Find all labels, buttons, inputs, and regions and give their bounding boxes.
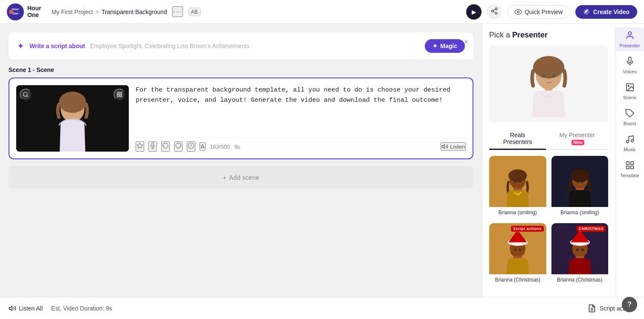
- sidebar-item-template[interactable]: Template: [615, 157, 644, 181]
- ab-test-button[interactable]: AB: [188, 8, 201, 16]
- svg-rect-64: [626, 166, 629, 169]
- add-scene-button[interactable]: + Add scene: [9, 166, 473, 189]
- magic-edit-button[interactable]: [136, 141, 144, 152]
- svg-line-7: [493, 11, 496, 13]
- rocket-icon: [583, 9, 590, 15]
- svg-point-38: [576, 180, 578, 183]
- thumbnail-search-button[interactable]: [20, 89, 32, 101]
- listen-button[interactable]: Listen: [441, 142, 466, 151]
- share-icon: [490, 7, 498, 17]
- svg-point-31: [508, 170, 527, 182]
- svg-marker-66: [9, 306, 12, 310]
- eye-icon: [514, 8, 522, 16]
- svg-text:Hour: Hour: [12, 8, 19, 11]
- presenter-card-brianna4[interactable]: CHRISTMAS Brianna (Christmas): [551, 223, 609, 285]
- presenter-card-brianna3[interactable]: Script actions Brianna (Christmas): [489, 223, 546, 285]
- presenter-image-brianna1: [489, 156, 546, 207]
- presenter-name-brianna1: Brianna (smiling): [489, 207, 546, 218]
- selected-presenter-preview: [489, 46, 608, 122]
- close-prompt-button[interactable]: ×: [464, 37, 468, 46]
- breadcrumb: My First Project > Transparent Backgroun…: [52, 9, 167, 15]
- presenter-grid: Brianna (smiling): [489, 156, 608, 285]
- template-icon: [625, 161, 635, 172]
- add-scene-label: Add scene: [229, 174, 259, 181]
- presenter-image-brianna2: [551, 156, 609, 207]
- pick-presenter-title: Pick a Presenter: [489, 31, 608, 40]
- svg-marker-22: [442, 144, 445, 148]
- presenter-name-brianna2: Brianna (smiling): [551, 207, 609, 218]
- timer-button[interactable]: [187, 141, 195, 152]
- scene-icon: [625, 83, 635, 94]
- music-icon-label: Music: [624, 147, 636, 152]
- write-script-label[interactable]: Write a script about: [29, 43, 85, 49]
- svg-point-60: [626, 141, 629, 143]
- listen-all-button[interactable]: Listen All: [9, 305, 43, 312]
- svg-point-12: [59, 92, 86, 113]
- svg-point-13: [23, 92, 27, 96]
- svg-rect-16: [120, 92, 122, 94]
- presenter-tabs: Reals Presenters My Presenter New: [489, 128, 608, 150]
- volume-icon: [9, 305, 16, 312]
- svg-rect-15: [117, 92, 119, 94]
- script-icon: [588, 304, 596, 313]
- svg-text:One: One: [12, 12, 18, 15]
- undo-button[interactable]: [161, 141, 170, 152]
- christmas-badge-4: CHRISTMAS: [577, 226, 606, 232]
- thumbnail-layout-button[interactable]: [113, 89, 125, 101]
- sidebar-item-scene[interactable]: Scene: [615, 79, 644, 103]
- sidebar-item-voices[interactable]: Voices: [615, 53, 644, 78]
- svg-point-5: [491, 10, 493, 12]
- svg-rect-62: [626, 162, 629, 164]
- scene-card: For the transparent background template,…: [9, 78, 473, 159]
- svg-point-4: [495, 8, 497, 10]
- scene-script-text[interactable]: For the transparent background template,…: [136, 85, 466, 132]
- svg-point-27: [552, 74, 555, 78]
- svg-point-39: [581, 180, 583, 183]
- person-icon: [625, 31, 635, 42]
- voices-icon: [625, 57, 635, 68]
- magic-button[interactable]: ✦ Magic: [425, 39, 465, 53]
- presenter-image-brianna4: CHRISTMAS: [551, 223, 609, 274]
- redo-button[interactable]: [174, 141, 183, 152]
- quick-preview-button[interactable]: Quick Preview: [507, 5, 570, 19]
- font-button[interactable]: A: [200, 142, 206, 151]
- svg-rect-17: [117, 95, 119, 97]
- sidebar-item-music[interactable]: Music: [615, 131, 644, 155]
- svg-point-26: [542, 74, 545, 78]
- more-options-button[interactable]: ···: [172, 6, 183, 17]
- tab-my-presenter[interactable]: My Presenter New: [546, 128, 608, 150]
- svg-line-14: [27, 96, 28, 97]
- svg-point-55: [628, 32, 631, 35]
- svg-point-46: [519, 249, 521, 251]
- svg-point-37: [571, 170, 589, 182]
- svg-point-61: [631, 140, 633, 142]
- create-video-button[interactable]: Create Video: [575, 5, 637, 19]
- add-scene-plus: +: [223, 174, 226, 181]
- magic-icon: ✦: [432, 43, 438, 49]
- presenter-card-brianna1[interactable]: Brianna (smiling): [489, 156, 546, 218]
- svg-point-58: [628, 85, 629, 86]
- sidebar-item-brand[interactable]: Brand: [615, 105, 644, 129]
- listen-all-label: Listen All: [19, 305, 43, 312]
- microphone-button[interactable]: [148, 141, 157, 152]
- help-button[interactable]: ?: [622, 297, 637, 312]
- share-button[interactable]: [487, 4, 502, 20]
- scene-video-thumbnail: [16, 85, 129, 152]
- breadcrumb-separator: >: [96, 9, 99, 15]
- current-page-name: Transparent Background: [102, 9, 167, 15]
- scene-sublabel: Scene: [36, 66, 54, 73]
- estimated-duration: Est. Video Duration: 9s: [51, 305, 112, 312]
- svg-point-32: [514, 180, 516, 183]
- presenter-card-brianna2[interactable]: Brianna (smiling): [551, 156, 609, 218]
- play-button[interactable]: ▶: [466, 4, 482, 20]
- project-name[interactable]: My First Project: [52, 9, 93, 15]
- tab-reals-presenters[interactable]: Reals Presenters: [489, 128, 546, 150]
- svg-rect-18: [120, 95, 122, 97]
- listen-label: Listen: [450, 144, 465, 150]
- sidebar-item-presenter[interactable]: Presenter: [615, 27, 644, 52]
- scene-dash: -: [33, 66, 35, 73]
- scene-label: Scene 1 - Scene: [9, 66, 473, 73]
- selected-presenter-figure: [489, 46, 608, 122]
- right-panel: Pick a Presenter: [482, 24, 644, 297]
- script-placeholder: Employee Spotlight, Celebrating Lisa Bro…: [90, 43, 420, 49]
